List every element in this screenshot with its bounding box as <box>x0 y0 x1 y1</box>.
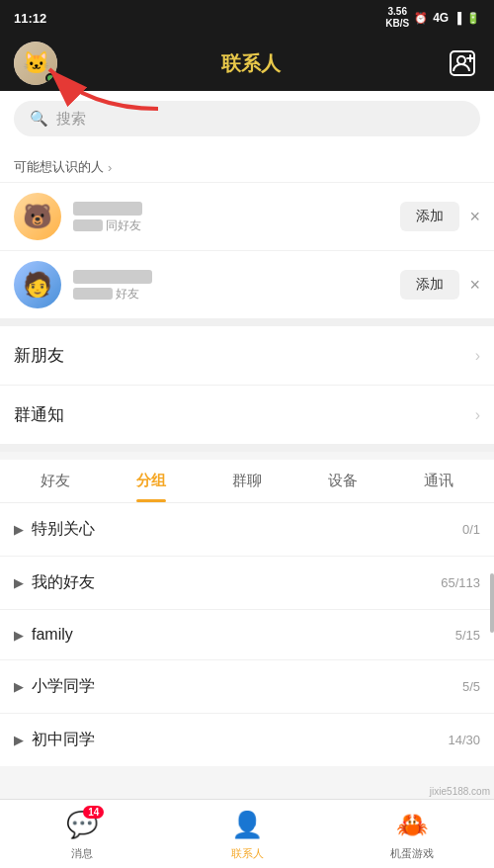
may-know-label: 可能想认识的人 <box>14 158 104 176</box>
alarm-icon: ⏰ <box>414 12 428 25</box>
network-speed: 3.56KB/S <box>385 6 409 30</box>
search-bar[interactable]: 🔍 搜索 <box>14 101 480 136</box>
suggested-contact-1: 🐻 同好友 添加 × <box>0 182 494 250</box>
watermark: jixie5188.com <box>430 786 490 797</box>
status-bar: 11:12 3.56KB/S ⏰ 4G ▐ 🔋 <box>0 0 494 36</box>
search-icon: 🔍 <box>30 110 48 128</box>
nav-messages[interactable]: 💬 14 消息 <box>0 808 165 861</box>
add-button-1[interactable]: 添加 <box>400 202 459 231</box>
suggested-name-2 <box>73 267 388 283</box>
group-left-3: ▶ family <box>14 626 73 644</box>
contacts-icon: 👤 <box>229 808 265 843</box>
group-item-family[interactable]: ▶ family 5/15 <box>0 609 494 659</box>
tab-groups[interactable]: 分组 <box>104 460 200 502</box>
group-left-5: ▶ 初中同学 <box>14 730 95 750</box>
group-name-3: family <box>32 626 73 644</box>
group-list: ▶ 特别关心 0/1 ▶ 我的好友 65/113 ▶ family 5/15 ▶… <box>0 503 494 766</box>
group-item-my-friends[interactable]: ▶ 我的好友 65/113 <box>0 556 494 609</box>
svg-point-1 <box>457 56 465 64</box>
avatar[interactable]: 🐱 <box>14 42 57 85</box>
group-name-1: 特别关心 <box>32 519 95 540</box>
messages-badge: 14 <box>83 806 104 819</box>
search-placeholder: 搜索 <box>56 110 86 129</box>
suggested-avatar-1: 🐻 <box>14 193 61 240</box>
suggested-contact-2: 🧑 好友 添加 × <box>0 250 494 318</box>
messages-label: 消息 <box>71 846 93 861</box>
dismiss-button-2[interactable]: × <box>469 275 480 296</box>
suggested-info-2: 好友 <box>73 267 388 302</box>
group-name-5: 初中同学 <box>32 730 95 750</box>
add-contact-button[interactable] <box>445 45 480 81</box>
search-section: 🔍 搜索 <box>0 91 494 146</box>
suggested-actions-1: 添加 × <box>400 202 480 231</box>
group-arrow-4: ▶ <box>14 679 24 694</box>
add-person-icon <box>449 49 476 77</box>
suggested-name-1 <box>73 199 388 215</box>
new-friends-label: 新朋友 <box>14 344 64 367</box>
nav-game[interactable]: 🦀 机蛋游戏 <box>329 808 494 861</box>
new-friends-chevron: › <box>475 347 480 365</box>
group-left-1: ▶ 特别关心 <box>14 519 95 540</box>
suggested-actions-2: 添加 × <box>400 270 480 300</box>
group-left-2: ▶ 我的好友 <box>14 572 95 593</box>
dismiss-button-1[interactable]: × <box>469 207 480 227</box>
may-know-header[interactable]: 可能想认识的人 › <box>0 154 494 182</box>
group-name-4: 小学同学 <box>32 676 95 697</box>
menu-section: 新朋友 › 群通知 › <box>0 326 494 444</box>
divider-2 <box>0 444 494 452</box>
online-status <box>45 73 55 83</box>
group-arrow-2: ▶ <box>14 575 24 590</box>
blurred-name-2 <box>73 270 152 284</box>
suggested-avatar-2: 🧑 <box>14 261 61 308</box>
group-item-middle[interactable]: ▶ 初中同学 14/30 <box>0 713 494 766</box>
messages-icon: 💬 14 <box>64 808 100 843</box>
status-icons: 3.56KB/S ⏰ 4G ▐ 🔋 <box>385 6 480 30</box>
tab-contacts[interactable]: 通讯 <box>390 460 486 502</box>
group-count-5: 14/30 <box>448 733 480 747</box>
divider-1 <box>0 318 494 326</box>
signal-icon: ▐ <box>453 12 461 24</box>
group-item-special[interactable]: ▶ 特别关心 0/1 <box>0 503 494 556</box>
group-count-4: 5/5 <box>462 679 480 694</box>
network-icon: 4G <box>433 11 449 25</box>
tab-group-chat[interactable]: 群聊 <box>200 460 295 502</box>
battery-icon: 🔋 <box>466 12 480 25</box>
header: 🐱 联系人 <box>0 36 494 91</box>
group-name-2: 我的好友 <box>32 572 95 593</box>
suggested-sub-2: 好友 <box>73 286 388 303</box>
group-item-primary[interactable]: ▶ 小学同学 5/5 <box>0 659 494 713</box>
tabs-row: 好友 分组 群聊 设备 通讯 <box>0 460 494 503</box>
status-time: 11:12 <box>14 11 46 26</box>
tabs-section: 好友 分组 群聊 设备 通讯 <box>0 460 494 503</box>
group-count-2: 65/113 <box>441 575 480 590</box>
group-left-4: ▶ 小学同学 <box>14 676 95 697</box>
may-know-section: 可能想认识的人 › 🐻 同好友 添加 × 🧑 <box>0 146 494 318</box>
group-arrow-1: ▶ <box>14 522 24 537</box>
may-know-chevron: › <box>108 160 112 175</box>
bottom-nav: 💬 14 消息 👤 联系人 🦀 机蛋游戏 <box>0 799 494 868</box>
blurred-name-1 <box>73 202 142 216</box>
group-arrow-3: ▶ <box>14 628 24 643</box>
nav-contacts[interactable]: 👤 联系人 <box>165 808 330 861</box>
tab-devices[interactable]: 设备 <box>294 460 390 502</box>
group-arrow-5: ▶ <box>14 733 24 747</box>
group-count-3: 5/15 <box>455 628 480 643</box>
tab-friends[interactable]: 好友 <box>8 460 104 502</box>
suggested-sub-1: 同好友 <box>73 217 388 234</box>
scroll-indicator <box>490 573 494 633</box>
suggested-info-1: 同好友 <box>73 199 388 233</box>
add-button-2[interactable]: 添加 <box>400 270 459 300</box>
group-notifications-chevron: › <box>475 406 480 424</box>
group-notifications-item[interactable]: 群通知 › <box>0 385 494 444</box>
group-count-1: 0/1 <box>462 522 480 537</box>
game-icon: 🦀 <box>394 808 430 843</box>
group-notifications-label: 群通知 <box>14 403 64 426</box>
new-friends-item[interactable]: 新朋友 › <box>0 326 494 385</box>
contacts-label: 联系人 <box>231 846 264 861</box>
page-title: 联系人 <box>221 50 281 77</box>
game-label: 机蛋游戏 <box>390 846 434 861</box>
